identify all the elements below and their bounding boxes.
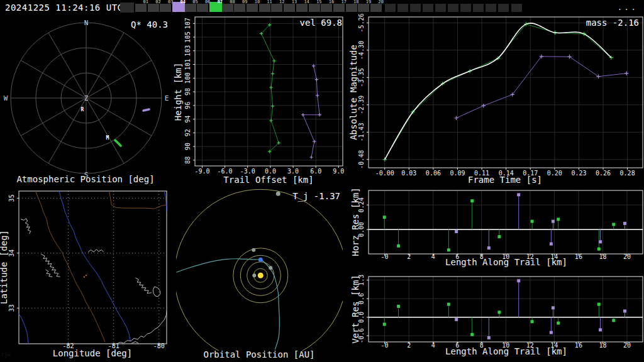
y-axis-title: Vert Res [km] [350, 275, 360, 344]
panel-light-curve: -0.000.030.060.090.110.140.170.200.230.2… [348, 13, 643, 185]
x-tick-label: 6.0 [310, 168, 321, 175]
x-tick-label: -6.0 [218, 168, 233, 175]
x-axis-title: Trail Offset [km] [223, 175, 313, 185]
stem-green [397, 229, 400, 248]
map-shorelines [135, 278, 152, 293]
y-tick-label: 90 [184, 143, 191, 150]
map-shorelines [153, 287, 160, 297]
x-tick-label: 0.26 [596, 170, 611, 177]
zenith-label: Z [84, 95, 88, 102]
stem-green [383, 317, 386, 326]
stem-green [597, 303, 601, 317]
y-tick-label: 105 [184, 31, 191, 43]
map-features [19, 191, 167, 344]
y-tick-label: 92 [184, 129, 191, 136]
panel-horz-residuals: -024681012141618200.000.24Length Along T… [350, 187, 643, 267]
y-tick-label: -5.26 [358, 13, 365, 32]
stem-green [497, 229, 501, 238]
panel-vert-residuals: -02468101214161820-0.60.00.61.3Length Al… [350, 275, 643, 356]
map-shorelines [21, 219, 31, 234]
x-tick-label: 3.0 [287, 168, 299, 175]
x-tick-label: 0.0 [265, 168, 276, 175]
x-tick-label: -0 [381, 342, 389, 349]
fit-curve [385, 23, 611, 160]
stem-green [597, 229, 601, 250]
x-tick-label: 16 [575, 253, 582, 260]
y-tick-label: 35 [8, 194, 15, 202]
series-station-2 [301, 64, 321, 159]
stem-purple [517, 279, 520, 317]
stem-green [612, 317, 615, 322]
y-tick-label: 33 [8, 304, 15, 312]
panel-title-atmospheric: Atmospheric Position [deg] [16, 174, 154, 184]
map-state-border [109, 191, 167, 209]
y-axis-title: Horz Res [km] [350, 187, 360, 256]
stem-purple [599, 317, 602, 332]
body-sun [258, 273, 264, 278]
y-tick-label: 94 [184, 116, 191, 123]
stem-green [557, 217, 560, 229]
x-tick-label: 20 [623, 342, 631, 349]
map-rivers [164, 191, 167, 212]
annotation-q: Q* 40.3 [131, 19, 168, 30]
stem-green [531, 220, 534, 230]
stem-green [470, 199, 474, 229]
stem-green [397, 305, 400, 317]
green-streak [115, 140, 121, 146]
stem-green [470, 317, 474, 336]
stem-green [557, 317, 560, 325]
stem-purple [517, 193, 520, 229]
x-tick-label: 2 [407, 253, 411, 260]
x-tick-label: 0.20 [547, 170, 562, 177]
body-venus [269, 266, 272, 270]
map-state-border [36, 191, 105, 342]
y-tick-label: 101 [184, 59, 191, 70]
x-tick-label: 0.09 [450, 170, 465, 177]
stem-purple [455, 229, 458, 233]
x-tick-label: 9.0 [333, 168, 344, 175]
stem-purple [599, 229, 602, 243]
watermark: rjw [1, 352, 10, 358]
map-shorelines [46, 270, 53, 277]
map-shorelines [132, 342, 139, 344]
cardinal-n: N [84, 19, 89, 27]
panel-trail-offset: -9.0-6.0-3.00.03.06.09.08890929496981001… [173, 17, 344, 185]
purple-streak [143, 109, 149, 111]
axes-frame [369, 17, 643, 168]
body-earth [258, 258, 263, 262]
y-tick-label: 34 [8, 250, 15, 257]
stem-green [531, 317, 534, 324]
x-tick-label: 0.23 [571, 170, 586, 177]
x-tick-label: 2 [407, 342, 411, 349]
x-tick-label: 0.28 [620, 170, 635, 177]
x-tick-label: 0.03 [401, 170, 416, 177]
y-axis-title: Absolute Magnitude [348, 45, 358, 140]
cardinal-w: W [4, 94, 8, 102]
stem-purple [623, 309, 626, 317]
y-tick-label: 96 [184, 102, 191, 109]
axes-frame [195, 17, 343, 166]
series-station-1 [260, 23, 280, 153]
app-root: { "header": { "timestamp": "20241225 11:… [0, 0, 644, 362]
body-mars [252, 248, 255, 252]
point-label-r: R [81, 107, 84, 112]
x-tick-label: 0.06 [426, 170, 441, 177]
x-tick-label: 20 [623, 253, 631, 260]
panel-ground-map: -82-81-80333435Longitude [deg]Latitude [… [0, 191, 167, 358]
x-tick-label: -80 [153, 343, 165, 349]
y-tick-label: 100 [184, 72, 191, 84]
x-axis-title: Length Along Trail [km] [445, 257, 567, 267]
x-axis-title: Frame Time [s] [468, 175, 542, 185]
meteoroid-trajectory [176, 259, 279, 350]
stem-green [383, 216, 386, 229]
stem-purple [550, 229, 553, 245]
series-station-2 [454, 55, 628, 120]
map-shorelines [41, 255, 60, 277]
body-mercury [252, 273, 256, 277]
y-tick-label: 103 [184, 45, 191, 57]
y-tick-label: 98 [184, 88, 191, 96]
plots-canvas: NESWZRMQ* 40.3Atmospheric Position [deg]… [0, 0, 644, 362]
y-tick-label: -4.30 [358, 41, 365, 60]
stem-purple [487, 229, 491, 250]
y-axis-title: Height [km] [173, 63, 183, 121]
